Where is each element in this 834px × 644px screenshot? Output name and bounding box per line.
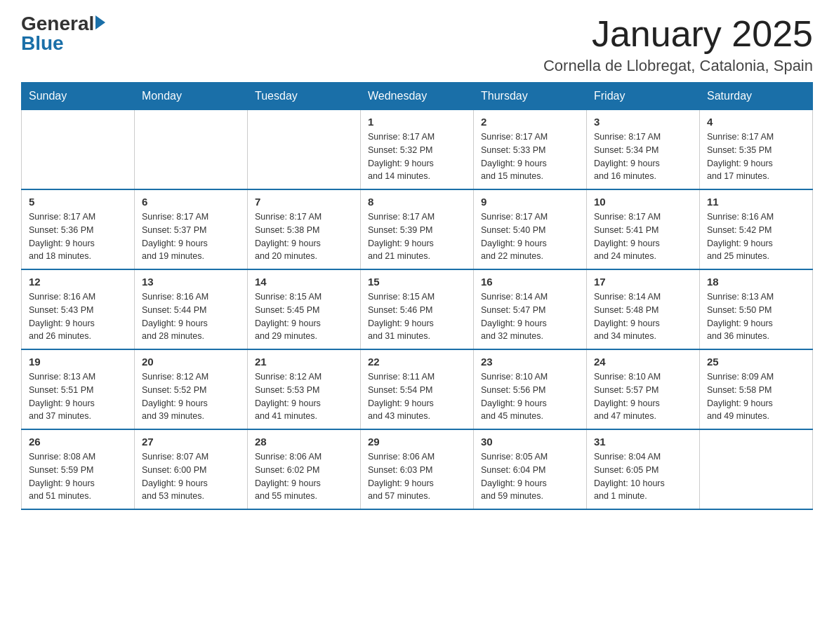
calendar-cell — [22, 110, 135, 190]
calendar-cell: 29Sunrise: 8:06 AM Sunset: 6:03 PM Dayli… — [361, 429, 474, 509]
calendar-cell: 21Sunrise: 8:12 AM Sunset: 5:53 PM Dayli… — [248, 349, 361, 429]
day-number: 4 — [707, 116, 805, 128]
calendar-cell: 27Sunrise: 8:07 AM Sunset: 6:00 PM Dayli… — [135, 429, 248, 509]
day-number: 17 — [594, 276, 692, 288]
day-number: 3 — [594, 116, 692, 128]
calendar-cell: 5Sunrise: 8:17 AM Sunset: 5:36 PM Daylig… — [22, 189, 135, 269]
day-number: 13 — [142, 276, 240, 288]
day-info: Sunrise: 8:15 AM Sunset: 5:45 PM Dayligh… — [255, 290, 353, 343]
day-info: Sunrise: 8:07 AM Sunset: 6:00 PM Dayligh… — [142, 450, 240, 503]
day-info: Sunrise: 8:17 AM Sunset: 5:33 PM Dayligh… — [481, 130, 579, 183]
day-number: 1 — [368, 116, 466, 128]
calendar-cell — [248, 110, 361, 190]
day-number: 18 — [707, 276, 805, 288]
day-number: 24 — [594, 356, 692, 368]
calendar-header-row: SundayMondayTuesdayWednesdayThursdayFrid… — [22, 83, 813, 110]
calendar-cell: 14Sunrise: 8:15 AM Sunset: 5:45 PM Dayli… — [248, 269, 361, 349]
day-info: Sunrise: 8:10 AM Sunset: 5:56 PM Dayligh… — [481, 370, 579, 423]
day-number: 16 — [481, 276, 579, 288]
day-info: Sunrise: 8:17 AM Sunset: 5:38 PM Dayligh… — [255, 210, 353, 263]
day-info: Sunrise: 8:12 AM Sunset: 5:52 PM Dayligh… — [142, 370, 240, 423]
day-number: 15 — [368, 276, 466, 288]
day-info: Sunrise: 8:16 AM Sunset: 5:42 PM Dayligh… — [707, 210, 805, 263]
header-wednesday: Wednesday — [361, 83, 474, 110]
calendar-week-row: 12Sunrise: 8:16 AM Sunset: 5:43 PM Dayli… — [22, 269, 813, 349]
day-info: Sunrise: 8:10 AM Sunset: 5:57 PM Dayligh… — [594, 370, 692, 423]
logo-blue: Blue — [21, 32, 64, 54]
calendar-cell: 4Sunrise: 8:17 AM Sunset: 5:35 PM Daylig… — [700, 110, 813, 190]
day-number: 11 — [707, 196, 805, 208]
day-number: 20 — [142, 356, 240, 368]
day-number: 27 — [142, 436, 240, 448]
calendar-cell: 24Sunrise: 8:10 AM Sunset: 5:57 PM Dayli… — [587, 349, 700, 429]
header-monday: Monday — [135, 83, 248, 110]
calendar-cell: 25Sunrise: 8:09 AM Sunset: 5:58 PM Dayli… — [700, 349, 813, 429]
day-number: 19 — [29, 356, 127, 368]
calendar-cell — [135, 110, 248, 190]
calendar-cell: 8Sunrise: 8:17 AM Sunset: 5:39 PM Daylig… — [361, 189, 474, 269]
calendar-cell: 2Sunrise: 8:17 AM Sunset: 5:33 PM Daylig… — [474, 110, 587, 190]
calendar-cell: 11Sunrise: 8:16 AM Sunset: 5:42 PM Dayli… — [700, 189, 813, 269]
day-number: 26 — [29, 436, 127, 448]
day-number: 30 — [481, 436, 579, 448]
day-number: 28 — [255, 436, 353, 448]
day-info: Sunrise: 8:17 AM Sunset: 5:36 PM Dayligh… — [29, 210, 127, 263]
day-info: Sunrise: 8:17 AM Sunset: 5:32 PM Dayligh… — [368, 130, 466, 183]
day-number: 8 — [368, 196, 466, 208]
day-info: Sunrise: 8:04 AM Sunset: 6:05 PM Dayligh… — [594, 450, 692, 503]
month-title: January 2025 — [543, 14, 813, 54]
day-number: 2 — [481, 116, 579, 128]
calendar-cell: 6Sunrise: 8:17 AM Sunset: 5:37 PM Daylig… — [135, 189, 248, 269]
day-info: Sunrise: 8:06 AM Sunset: 6:03 PM Dayligh… — [368, 450, 466, 503]
day-info: Sunrise: 8:12 AM Sunset: 5:53 PM Dayligh… — [255, 370, 353, 423]
day-number: 22 — [368, 356, 466, 368]
calendar-cell: 20Sunrise: 8:12 AM Sunset: 5:52 PM Dayli… — [135, 349, 248, 429]
day-number: 21 — [255, 356, 353, 368]
day-number: 5 — [29, 196, 127, 208]
day-info: Sunrise: 8:09 AM Sunset: 5:58 PM Dayligh… — [707, 370, 805, 423]
day-number: 6 — [142, 196, 240, 208]
day-info: Sunrise: 8:16 AM Sunset: 5:43 PM Dayligh… — [29, 290, 127, 343]
day-number: 14 — [255, 276, 353, 288]
day-number: 12 — [29, 276, 127, 288]
calendar-cell: 28Sunrise: 8:06 AM Sunset: 6:02 PM Dayli… — [248, 429, 361, 509]
day-info: Sunrise: 8:13 AM Sunset: 5:51 PM Dayligh… — [29, 370, 127, 423]
day-info: Sunrise: 8:13 AM Sunset: 5:50 PM Dayligh… — [707, 290, 805, 343]
calendar-cell: 31Sunrise: 8:04 AM Sunset: 6:05 PM Dayli… — [587, 429, 700, 509]
calendar-cell: 16Sunrise: 8:14 AM Sunset: 5:47 PM Dayli… — [474, 269, 587, 349]
day-info: Sunrise: 8:06 AM Sunset: 6:02 PM Dayligh… — [255, 450, 353, 503]
day-number: 7 — [255, 196, 353, 208]
day-info: Sunrise: 8:17 AM Sunset: 5:40 PM Dayligh… — [481, 210, 579, 263]
day-number: 10 — [594, 196, 692, 208]
calendar-week-row: 19Sunrise: 8:13 AM Sunset: 5:51 PM Dayli… — [22, 349, 813, 429]
day-info: Sunrise: 8:17 AM Sunset: 5:39 PM Dayligh… — [368, 210, 466, 263]
day-info: Sunrise: 8:16 AM Sunset: 5:44 PM Dayligh… — [142, 290, 240, 343]
calendar-cell: 3Sunrise: 8:17 AM Sunset: 5:34 PM Daylig… — [587, 110, 700, 190]
calendar-cell: 30Sunrise: 8:05 AM Sunset: 6:04 PM Dayli… — [474, 429, 587, 509]
calendar-cell: 1Sunrise: 8:17 AM Sunset: 5:32 PM Daylig… — [361, 110, 474, 190]
calendar-cell: 7Sunrise: 8:17 AM Sunset: 5:38 PM Daylig… — [248, 189, 361, 269]
day-info: Sunrise: 8:17 AM Sunset: 5:34 PM Dayligh… — [594, 130, 692, 183]
day-number: 29 — [368, 436, 466, 448]
day-info: Sunrise: 8:17 AM Sunset: 5:35 PM Dayligh… — [707, 130, 805, 183]
header-saturday: Saturday — [700, 83, 813, 110]
calendar-week-row: 26Sunrise: 8:08 AM Sunset: 5:59 PM Dayli… — [22, 429, 813, 509]
title-block: January 2025 Cornella de Llobregat, Cata… — [543, 14, 813, 75]
day-info: Sunrise: 8:11 AM Sunset: 5:54 PM Dayligh… — [368, 370, 466, 423]
day-info: Sunrise: 8:17 AM Sunset: 5:41 PM Dayligh… — [594, 210, 692, 263]
calendar-cell: 18Sunrise: 8:13 AM Sunset: 5:50 PM Dayli… — [700, 269, 813, 349]
calendar-week-row: 1Sunrise: 8:17 AM Sunset: 5:32 PM Daylig… — [22, 110, 813, 190]
day-info: Sunrise: 8:15 AM Sunset: 5:46 PM Dayligh… — [368, 290, 466, 343]
header-friday: Friday — [587, 83, 700, 110]
calendar-cell: 23Sunrise: 8:10 AM Sunset: 5:56 PM Dayli… — [474, 349, 587, 429]
day-info: Sunrise: 8:05 AM Sunset: 6:04 PM Dayligh… — [481, 450, 579, 503]
day-info: Sunrise: 8:08 AM Sunset: 5:59 PM Dayligh… — [29, 450, 127, 503]
calendar-cell: 17Sunrise: 8:14 AM Sunset: 5:48 PM Dayli… — [587, 269, 700, 349]
calendar-week-row: 5Sunrise: 8:17 AM Sunset: 5:36 PM Daylig… — [22, 189, 813, 269]
calendar-cell: 15Sunrise: 8:15 AM Sunset: 5:46 PM Dayli… — [361, 269, 474, 349]
location-title: Cornella de Llobregat, Catalonia, Spain — [543, 57, 813, 75]
calendar-table: SundayMondayTuesdayWednesdayThursdayFrid… — [21, 82, 813, 510]
day-info: Sunrise: 8:14 AM Sunset: 5:48 PM Dayligh… — [594, 290, 692, 343]
calendar-cell — [700, 429, 813, 509]
day-number: 23 — [481, 356, 579, 368]
